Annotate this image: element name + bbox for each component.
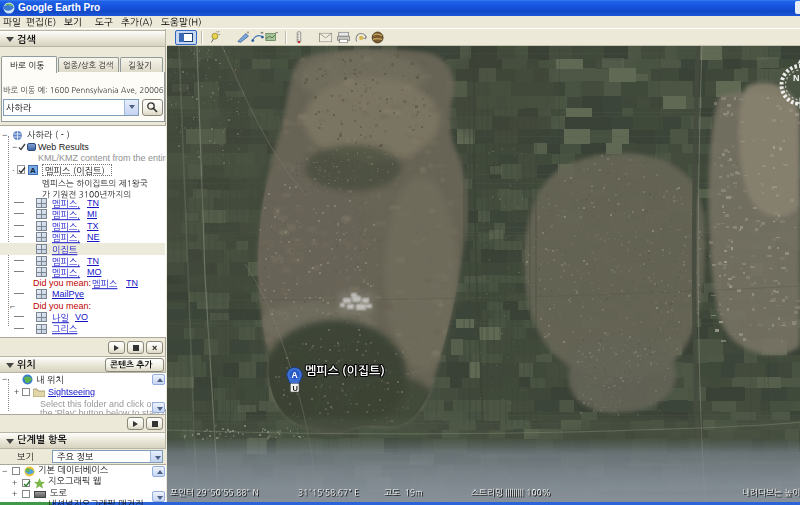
svg-text:A: A — [292, 370, 298, 380]
svg-text:U: U — [292, 384, 297, 393]
svg-text:N: N — [793, 73, 800, 83]
